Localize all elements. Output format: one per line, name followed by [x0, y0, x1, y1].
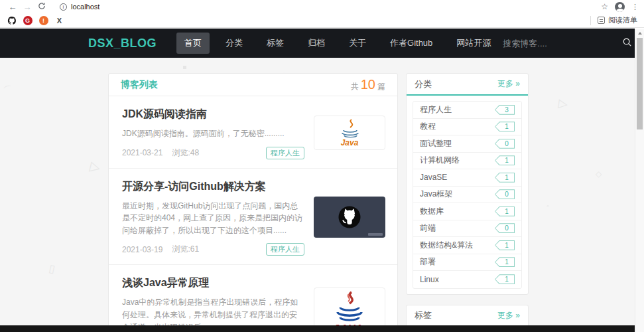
gitee-icon[interactable]: G [23, 15, 32, 25]
post-thumbnail-java-logo[interactable]: Java [314, 116, 385, 150]
category-item[interactable]: 计算机网络 1 [413, 153, 521, 170]
bg-circle-shape: ◦ [547, 201, 549, 210]
nav-item-author-github[interactable]: 作者Github [382, 33, 440, 54]
bookmarks-bar: G ! X 阅读清单 [0, 13, 644, 28]
nav-item-site-source[interactable]: 网站开源 [448, 33, 499, 54]
info-icon[interactable]: i [60, 3, 67, 11]
star-icon[interactable]: ☆ [601, 2, 608, 11]
post-item: 开源分享-访问Github解决方案 最近时期，发现GitHub访问出现了点问题，… [109, 169, 397, 266]
bg-dot-shape [183, 66, 186, 69]
forward-icon[interactable]: → [20, 2, 34, 12]
browser-window: ← → i localhost ☆ ⋮ G ! X 阅读清单 [0, 0, 644, 332]
scrollbar-thumb[interactable] [637, 38, 643, 129]
category-name: 部署 [420, 256, 436, 268]
category-item[interactable]: 面试整理 0 [413, 135, 521, 153]
list-grid-icon [598, 17, 605, 24]
category-count-badge: 0 [495, 189, 515, 199]
category-item[interactable]: Java框架 0 [413, 187, 521, 204]
category-count-badge: 0 [495, 139, 515, 149]
main-menu: 首页 分类 标签 归档 关于 作者Github 网站开源 [172, 33, 503, 54]
categories-more-link[interactable]: 更多 » [497, 78, 520, 90]
reading-list-button[interactable]: 阅读清单 [590, 16, 637, 25]
url-text[interactable]: localhost [71, 3, 99, 11]
post-title[interactable]: 开源分享-访问Github解决方案 [122, 180, 304, 194]
category-item[interactable]: Linux 1 [413, 271, 521, 288]
category-name: 面试整理 [420, 138, 452, 149]
page-content: ▷ ◇ ∕ ∟ ▯ ⌒ ▷ ◦ ◇ ∟ 博客列表 共 10 篇 JDK源码阅读 [0, 58, 635, 332]
category-count-badge: 3 [495, 105, 515, 115]
nav-item-categories[interactable]: 分类 [218, 33, 251, 54]
post-views: 浏览:48 [172, 147, 199, 159]
post-excerpt: JDK源码阅读指南。源码面前，了无秘密......... [122, 127, 304, 140]
post-views: 浏览:61 [172, 244, 199, 255]
site-logo[interactable]: DSX_BLOG [88, 37, 157, 50]
categories-panel: 分类 更多 » 程序人生 3 教程 1 面试整理 0 [406, 73, 529, 295]
post-item: 浅谈Java异常原理 Java中的异常机制是指当程序出现错误后，程序如何处理。具… [109, 265, 397, 327]
count-suffix: 篇 [377, 81, 385, 92]
category-name: 数据结构&算法 [420, 240, 473, 251]
category-item[interactable]: JavaSE 1 [413, 169, 521, 187]
count-number: 10 [361, 77, 375, 92]
category-count-badge: 1 [495, 173, 515, 183]
bg-triangle-shape: ▷ [88, 157, 102, 175]
nav-item-tags[interactable]: 标签 [259, 33, 292, 54]
category-name: 前端 [420, 222, 436, 234]
search-area [503, 37, 632, 50]
category-name: 程序人生 [420, 104, 452, 116]
category-item[interactable]: 教程 1 [413, 119, 521, 136]
nav-item-about[interactable]: 关于 [341, 33, 374, 54]
post-date: 2021-03-19 [122, 245, 162, 254]
post-thumbnail-github-logo[interactable] [314, 197, 385, 238]
post-date: 2021-03-21 [122, 148, 162, 157]
bg-square-shape: ▯ [48, 262, 56, 275]
nav-item-home[interactable]: 首页 [176, 33, 210, 54]
browser-toolbar: ← → i localhost ☆ ⋮ [0, 0, 644, 13]
tags-title: 标签 [415, 309, 432, 321]
category-item[interactable]: 前端 0 [413, 220, 521, 238]
category-item[interactable]: 程序人生 3 [413, 102, 521, 119]
post-tag-badge[interactable]: 程序人生 [266, 147, 304, 159]
footer-strip [0, 325, 635, 332]
post-title[interactable]: JDK源码阅读指南 [122, 108, 304, 122]
category-name: Linux [420, 275, 439, 284]
page-scrollbar[interactable] [635, 29, 644, 332]
category-name: 数据库 [420, 206, 444, 217]
category-item[interactable]: 数据库 1 [413, 203, 521, 220]
sidebar: 分类 更多 » 程序人生 3 教程 1 面试整理 0 [406, 73, 529, 332]
category-item[interactable]: 部署 1 [413, 254, 521, 272]
nav-item-archive[interactable]: 归档 [300, 33, 333, 54]
category-item[interactable]: 数据结构&算法 1 [413, 237, 521, 254]
reload-icon[interactable] [34, 2, 49, 12]
category-count-badge: 1 [495, 274, 515, 284]
category-count-badge: 1 [495, 240, 515, 250]
category-count-badge: 0 [495, 223, 515, 233]
post-tag-badge[interactable]: 程序人生 [266, 243, 304, 256]
menu-dots-icon[interactable]: ⋮ [631, 3, 639, 11]
orange-dot-icon[interactable]: ! [38, 15, 48, 25]
back-icon[interactable]: ← [5, 2, 20, 12]
category-count-badge: 1 [495, 155, 515, 165]
post-excerpt: Java中的异常机制是指当程序出现错误后，程序如何处理。具体来说，异常机制提供了… [122, 296, 304, 327]
tags-more-link[interactable]: 更多 » [497, 310, 520, 321]
x-icon[interactable]: X [54, 15, 64, 25]
count-prefix: 共 [351, 81, 359, 92]
post-excerpt: 最近时期，发现GitHub访问出现了点问题，国内总是不定时的404，网上查了原因… [122, 200, 304, 237]
address-bar[interactable]: i localhost [54, 1, 601, 12]
search-input[interactable] [503, 39, 596, 48]
reading-list-label: 阅读清单 [608, 15, 637, 25]
category-count-badge: 1 [495, 122, 515, 131]
scroll-up-arrow-icon[interactable] [635, 29, 644, 37]
category-count-badge: 1 [495, 257, 515, 267]
github-icon[interactable] [7, 15, 17, 25]
post-title[interactable]: 浅谈Java异常原理 [122, 276, 304, 290]
post-thumbnail-java-duke-logo[interactable]: JAVA [314, 288, 385, 327]
profile-icon[interactable] [615, 2, 625, 12]
category-name: JavaSE [420, 173, 447, 182]
categories-list: 程序人生 3 教程 1 面试整理 0 计算机网络 1 [413, 101, 522, 289]
svg-text:Java: Java [341, 138, 359, 147]
bg-arc-shape: ⌒ [2, 83, 15, 98]
bg-triangle-shape: ▷ [558, 96, 569, 112]
blog-list-title: 博客列表 [121, 79, 158, 91]
search-icon[interactable] [622, 37, 632, 50]
post-item: JDK源码阅读指南 JDK源码阅读指南。源码面前，了无秘密......... 2… [109, 96, 397, 169]
